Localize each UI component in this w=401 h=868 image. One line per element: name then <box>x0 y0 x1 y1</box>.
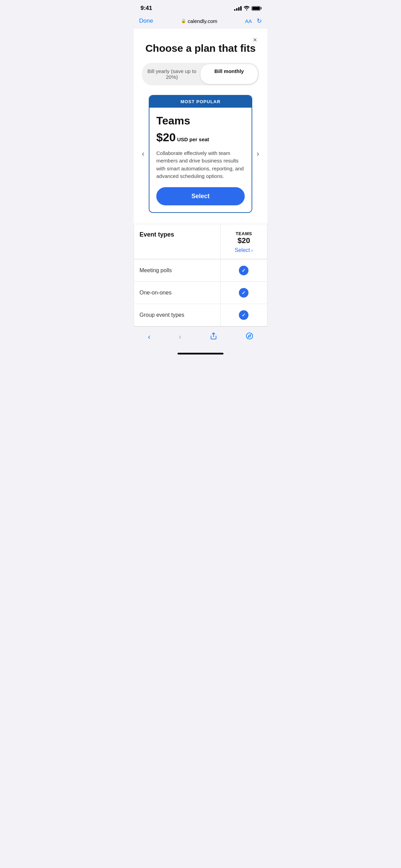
plan-card: MOST POPULAR Teams $20 USD per seat Coll… <box>149 95 252 213</box>
browser-toolbar: ‹ › <box>134 326 267 351</box>
billing-toggle: Bill yearly (save up to 20%) Bill monthl… <box>142 63 259 85</box>
feature-name-cell: Group event types <box>134 304 221 326</box>
svg-marker-3 <box>248 335 251 337</box>
feature-comparison-table: Meeting polls ✓ One-on-ones ✓ Group even… <box>134 259 267 326</box>
check-icon: ✓ <box>239 266 248 275</box>
table-row: Group event types ✓ <box>134 304 267 326</box>
forward-button[interactable]: › <box>175 331 185 343</box>
table-header-row: Event types TEAMS $20 Select › <box>134 224 267 259</box>
table-row: One-on-ones ✓ <box>134 281 267 304</box>
svg-point-2 <box>246 333 252 339</box>
refresh-button[interactable]: ↻ <box>257 17 262 25</box>
feature-name: Meeting polls <box>139 267 172 273</box>
text-size-button[interactable]: AA <box>245 18 252 24</box>
feature-check-cell: ✓ <box>220 259 267 281</box>
plan-price-amount: $20 <box>156 131 176 144</box>
carousel-next-button[interactable]: › <box>254 147 262 161</box>
check-icon: ✓ <box>239 288 248 298</box>
wifi-icon <box>244 5 250 11</box>
svg-point-0 <box>246 9 247 10</box>
url-bar[interactable]: 🔒 calendly.com <box>181 18 217 24</box>
home-indicator <box>178 353 223 354</box>
feature-check-cell: ✓ <box>220 281 267 304</box>
plan-select-button[interactable]: Select <box>156 187 245 205</box>
plan-name: Teams <box>156 114 245 127</box>
browser-actions: AA ↻ <box>245 17 262 25</box>
table-feature-header-cell: Event types <box>134 224 221 259</box>
check-icon: ✓ <box>239 310 248 320</box>
status-bar: 9:41 <box>134 0 267 14</box>
plan-badge: MOST POPULAR <box>149 96 252 108</box>
feature-name-cell: One-on-ones <box>134 281 221 304</box>
url-text: calendly.com <box>188 18 217 24</box>
page-title: Choose a plan that fits <box>134 29 267 63</box>
table-plan-select[interactable]: Select › <box>226 247 262 253</box>
lock-icon: 🔒 <box>181 19 186 23</box>
plan-carousel: ‹ MOST POPULAR Teams $20 USD per seat Co… <box>139 95 262 213</box>
back-button[interactable]: ‹ <box>144 331 154 343</box>
chevron-right-icon: › <box>251 248 253 253</box>
plan-price: $20 USD per seat <box>156 131 245 144</box>
browser-bar: Done 🔒 calendly.com AA ↻ <box>134 14 267 29</box>
table-plan-price: $20 <box>226 236 262 245</box>
feature-name: Group event types <box>139 312 184 318</box>
status-icons <box>234 5 260 11</box>
carousel-prev-button[interactable]: ‹ <box>139 147 147 161</box>
table-plan-name: TEAMS <box>226 231 262 236</box>
table-row: Meeting polls ✓ <box>134 259 267 281</box>
feature-name-cell: Meeting polls <box>134 259 221 281</box>
battery-icon <box>252 6 260 11</box>
table-plan-select-label: Select <box>235 247 250 253</box>
feature-check-cell: ✓ <box>220 304 267 326</box>
plan-body: Teams $20 USD per seat Collaborate effec… <box>149 108 252 212</box>
compass-button[interactable] <box>242 331 257 343</box>
feature-name: One-on-ones <box>139 290 171 296</box>
done-button[interactable]: Done <box>139 17 153 24</box>
billing-monthly-option[interactable]: Bill monthly <box>200 64 258 84</box>
share-button[interactable] <box>206 331 221 343</box>
comparison-table: Event types TEAMS $20 Select › <box>134 224 267 259</box>
plan-price-unit: USD per seat <box>177 136 209 142</box>
plan-description: Collaborate effectively with team member… <box>156 149 245 180</box>
signal-icon <box>234 6 242 11</box>
billing-yearly-option[interactable]: Bill yearly (save up to 20%) <box>143 64 200 84</box>
table-feature-header: Event types <box>139 231 215 238</box>
close-button[interactable]: × <box>250 34 260 45</box>
modal-content: × Choose a plan that fits Bill yearly (s… <box>134 29 267 259</box>
status-time: 9:41 <box>141 5 152 12</box>
table-plan-header-cell: TEAMS $20 Select › <box>220 224 267 259</box>
